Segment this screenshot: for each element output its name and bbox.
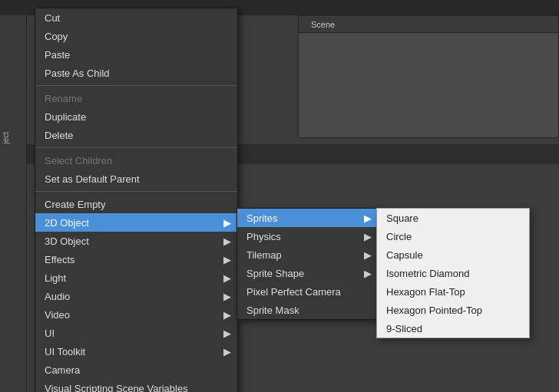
menu-item-cut[interactable]: Cut bbox=[35, 8, 237, 27]
arrow-icon-sprite-shape: ▶ bbox=[364, 268, 372, 279]
submenu-sprites: Square Circle Capsule Isometric Diamond … bbox=[376, 208, 530, 338]
submenu-sprites-circle-label: Circle bbox=[386, 231, 412, 242]
arrow-icon-2d-object: ▶ bbox=[223, 217, 231, 229]
menu-item-video[interactable]: Video ▶ bbox=[35, 305, 237, 324]
submenu-2d-pixel-perfect-camera[interactable]: Pixel Perfect Camera bbox=[237, 282, 378, 301]
arrow-icon-physics: ▶ bbox=[364, 231, 372, 242]
submenu-sprites-square[interactable]: Square bbox=[377, 209, 529, 227]
submenu-2d-sprite-shape[interactable]: Sprite Shape ▶ bbox=[237, 264, 378, 282]
sidebar-item-object: ject bbox=[0, 130, 26, 146]
submenu-sprites-isometric-diamond[interactable]: Isometric Diamond bbox=[377, 264, 529, 282]
submenu-sprites-hexagon-pointed-top[interactable]: Hexagon Pointed-Top bbox=[377, 301, 529, 319]
menu-item-video-label: Video bbox=[45, 309, 70, 321]
submenu-2d-sprites-label: Sprites bbox=[246, 212, 277, 224]
submenu-2d-physics-label: Physics bbox=[246, 231, 281, 242]
submenu-sprites-capsule-label: Capsule bbox=[386, 249, 423, 261]
menu-item-set-default-parent[interactable]: Set as Default Parent bbox=[35, 170, 237, 188]
separator-3 bbox=[35, 191, 237, 192]
menu-item-ui-toolkit[interactable]: UI Toolkit ▶ bbox=[35, 342, 237, 361]
menu-item-create-empty-label: Create Empty bbox=[45, 199, 105, 210]
menu-item-delete-label: Delete bbox=[45, 130, 74, 141]
context-menu-level1: Cut Copy Paste Paste As Child Rename Dup… bbox=[35, 8, 238, 392]
arrow-icon-sprites: ▶ bbox=[364, 212, 372, 224]
menu-item-copy-label: Copy bbox=[45, 31, 68, 42]
menu-item-ui-label: UI bbox=[45, 328, 55, 339]
submenu-2d-tilemap[interactable]: Tilemap ▶ bbox=[237, 245, 378, 264]
arrow-icon-ui: ▶ bbox=[223, 328, 231, 339]
arrow-icon-audio: ▶ bbox=[223, 291, 231, 302]
menu-item-3d-object[interactable]: 3D Object ▶ bbox=[35, 232, 237, 250]
submenu-sprites-hexagon-flat-top-label: Hexagon Flat-Top bbox=[386, 286, 465, 298]
menu-item-paste-as-child-label: Paste As Child bbox=[45, 68, 110, 79]
arrow-icon-effects: ▶ bbox=[223, 254, 231, 265]
menu-item-2d-object[interactable]: 2D Object ▶ bbox=[35, 213, 237, 232]
arrow-icon-video: ▶ bbox=[223, 309, 231, 321]
menu-item-set-default-parent-label: Set as Default Parent bbox=[45, 173, 140, 185]
left-sidebar: ject bbox=[0, 15, 27, 392]
submenu-sprites-circle[interactable]: Circle bbox=[377, 227, 529, 245]
panel-tab-bar: Scene bbox=[299, 16, 558, 33]
menu-item-delete[interactable]: Delete bbox=[35, 126, 237, 144]
submenu-2d-tilemap-label: Tilemap bbox=[246, 249, 282, 261]
menu-item-3d-object-label: 3D Object bbox=[45, 236, 89, 247]
separator-2 bbox=[35, 147, 237, 148]
submenu-sprites-9-sliced[interactable]: 9-Sliced bbox=[377, 319, 529, 338]
submenu-sprites-isometric-diamond-label: Isometric Diamond bbox=[386, 268, 469, 279]
submenu-2d-pixel-perfect-camera-label: Pixel Perfect Camera bbox=[246, 286, 341, 298]
menu-item-effects[interactable]: Effects ▶ bbox=[35, 250, 237, 268]
menu-item-select-children-label: Select Children bbox=[45, 155, 112, 166]
arrow-icon-light: ▶ bbox=[223, 272, 231, 284]
submenu-sprites-9-sliced-label: 9-Sliced bbox=[386, 323, 422, 334]
menu-item-camera[interactable]: Camera bbox=[35, 361, 237, 379]
menu-item-cut-label: Cut bbox=[45, 12, 60, 24]
submenu-2d-physics[interactable]: Physics ▶ bbox=[237, 227, 378, 245]
menu-item-camera-label: Camera bbox=[45, 364, 80, 376]
menu-item-light[interactable]: Light ▶ bbox=[35, 268, 237, 287]
submenu-2d-sprite-mask[interactable]: Sprite Mask bbox=[237, 301, 378, 319]
submenu-sprites-square-label: Square bbox=[386, 212, 418, 224]
menu-item-paste-label: Paste bbox=[45, 49, 70, 61]
menu-item-effects-label: Effects bbox=[45, 254, 75, 265]
submenu-2d-sprite-shape-label: Sprite Shape bbox=[246, 268, 304, 279]
menu-item-paste[interactable]: Paste bbox=[35, 45, 237, 64]
menu-item-rename: Rename bbox=[35, 89, 237, 107]
menu-item-audio-label: Audio bbox=[45, 291, 70, 302]
submenu-sprites-capsule[interactable]: Capsule bbox=[377, 245, 529, 264]
menu-item-copy[interactable]: Copy bbox=[35, 27, 237, 45]
submenu-sprites-hexagon-flat-top[interactable]: Hexagon Flat-Top bbox=[377, 282, 529, 301]
menu-item-duplicate-label: Duplicate bbox=[45, 111, 86, 123]
submenu-2d-sprite-mask-label: Sprite Mask bbox=[246, 305, 299, 316]
separator-1 bbox=[35, 85, 237, 86]
menu-item-duplicate[interactable]: Duplicate bbox=[35, 107, 237, 126]
scene-panel: Scene bbox=[298, 15, 559, 138]
menu-item-audio[interactable]: Audio ▶ bbox=[35, 287, 237, 305]
arrow-icon-tilemap: ▶ bbox=[364, 249, 372, 261]
submenu-2d-object: Sprites ▶ Physics ▶ Tilemap ▶ Sprite Sha… bbox=[237, 208, 379, 320]
menu-item-rename-label: Rename bbox=[45, 93, 82, 104]
scene-tab[interactable]: Scene bbox=[305, 18, 341, 31]
submenu-2d-sprites[interactable]: Sprites ▶ bbox=[237, 209, 378, 227]
menu-item-select-children: Select Children bbox=[35, 151, 237, 170]
submenu-sprites-hexagon-pointed-top-label: Hexagon Pointed-Top bbox=[386, 305, 482, 316]
menu-item-paste-as-child[interactable]: Paste As Child bbox=[35, 64, 237, 82]
menu-item-create-empty[interactable]: Create Empty bbox=[35, 195, 237, 213]
menu-item-visual-scripting-label: Visual Scripting Scene Variables bbox=[45, 383, 188, 393]
menu-item-ui-toolkit-label: UI Toolkit bbox=[45, 346, 85, 357]
arrow-icon-ui-toolkit: ▶ bbox=[223, 346, 231, 357]
menu-item-light-label: Light bbox=[45, 272, 66, 284]
menu-item-visual-scripting[interactable]: Visual Scripting Scene Variables bbox=[35, 379, 237, 392]
arrow-icon-3d-object: ▶ bbox=[223, 236, 231, 247]
menu-item-ui[interactable]: UI ▶ bbox=[35, 324, 237, 342]
menu-item-2d-object-label: 2D Object bbox=[45, 217, 89, 229]
